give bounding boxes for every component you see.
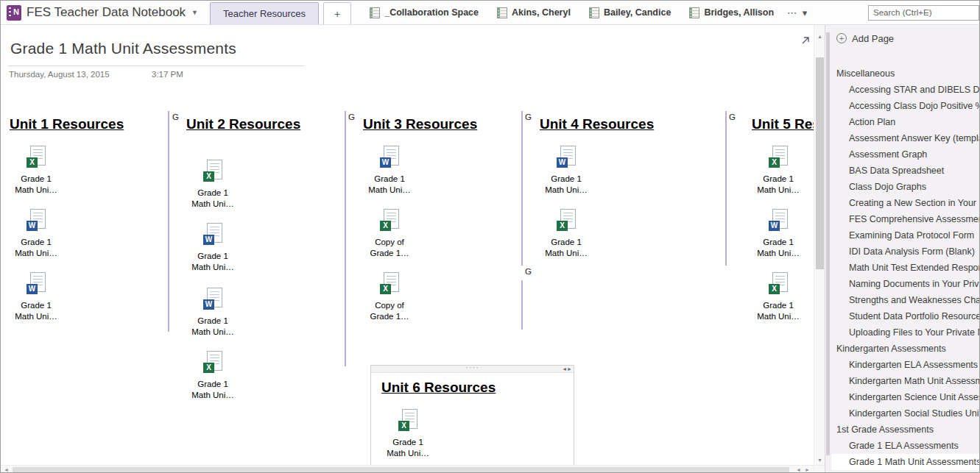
page-tab[interactable]: Grade 1 ELA Assessments — [831, 438, 980, 454]
container-divider — [345, 111, 346, 366]
page-tab[interactable]: Grade 1 Science Unit Assessm — [831, 470, 980, 473]
file-label: Grade 1Math Uni… — [15, 237, 57, 259]
page-tab[interactable]: IDI Data Analysis Form (Blank) — [831, 243, 980, 260]
word-file-icon[interactable] — [203, 223, 222, 245]
page-tab[interactable]: Kindergarten Math Unit Assessm — [831, 373, 980, 389]
word-file-icon[interactable] — [203, 288, 222, 310]
excel-file-icon[interactable] — [203, 160, 222, 182]
word-file-icon[interactable] — [27, 272, 46, 294]
file-attachment[interactable]: Grade 1Math Uni… — [177, 160, 248, 210]
add-page-button[interactable]: Add Page — [831, 29, 980, 47]
word-file-icon[interactable] — [769, 209, 788, 231]
section-overflow-button[interactable] — [787, 7, 808, 18]
file-attachment[interactable]: Grade 1Math Uni… — [1, 272, 71, 322]
page-tab[interactable]: Assessment Answer Key (templat — [831, 130, 980, 146]
file-attachment[interactable]: Grade 1Math Uni… — [531, 146, 602, 196]
scroll-left-arrow[interactable] — [4, 466, 9, 473]
section-tab-label: Bailey, Candice — [604, 7, 671, 18]
page-tab[interactable]: Kindergarten Assessments — [831, 341, 980, 357]
page-tab[interactable]: Math Unit Test Extended Respons — [831, 260, 980, 276]
scroll-down-arrow[interactable] — [814, 458, 825, 463]
page-tab[interactable]: Kindergarten Social Studies Unit — [831, 405, 980, 422]
scroll-right-arrow[interactable] — [805, 466, 810, 473]
page-tab[interactable]: Uploading Files to Your Private N — [831, 324, 980, 341]
page-tab[interactable]: Accessing Class Dojo Positive % — [831, 98, 980, 114]
word-file-icon[interactable] — [557, 146, 576, 168]
page-tab[interactable]: Miscellaneous — [831, 65, 980, 82]
file-attachment[interactable]: Grade 1Math Uni… — [743, 146, 814, 196]
section-tab[interactable]: _Collaboration Space — [370, 7, 479, 18]
file-attachment[interactable]: Grade 1Math Uni… — [177, 223, 248, 273]
word-file-icon[interactable] — [27, 209, 46, 231]
horizontal-scroll-thumb[interactable] — [13, 467, 789, 473]
page-tab[interactable]: Naming Documents in Your Priv — [831, 276, 980, 292]
file-attachment[interactable]: Copy ofGrade 1… — [354, 209, 425, 259]
page-tab[interactable]: Kindergarten ELA Assessments — [831, 357, 980, 373]
file-attachment[interactable]: Grade 1Math Uni… — [531, 209, 602, 259]
horizontal-scrollbar[interactable] — [1, 465, 814, 473]
file-label: Grade 1Math Uni… — [15, 174, 57, 196]
page-tabs-panel: Add Page Miscellaneous Accessing STAR an… — [825, 25, 980, 473]
vertical-scroll-thumb[interactable] — [816, 57, 824, 269]
unit-5-heading: Unit 5 Resources — [752, 115, 814, 133]
unit-6-files: Grade 1Math Uni… — [373, 409, 443, 459]
page-tab[interactable]: BAS Data Spreadsheet — [831, 163, 980, 179]
stray-text: G — [729, 113, 736, 121]
excel-file-icon[interactable] — [398, 409, 417, 431]
page-tab[interactable]: Accessing STAR and DIBELS Data — [831, 82, 980, 98]
page-title[interactable]: Grade 1 Math Unit Assessments — [10, 40, 236, 57]
excel-file-icon[interactable] — [27, 146, 46, 168]
excel-file-icon[interactable] — [203, 351, 222, 373]
container-resize-handle-icon[interactable] — [562, 366, 572, 372]
container-handle-dots-icon — [465, 363, 479, 371]
new-section-tab-button[interactable]: + — [323, 2, 351, 24]
panel-scroll-thumb[interactable] — [826, 32, 830, 455]
unit-6-note-container: Unit 6 Resources Grade 1Math Uni… — [370, 365, 574, 465]
file-attachment[interactable]: Grade 1Math Uni… — [177, 288, 248, 338]
word-file-icon[interactable] — [380, 146, 399, 168]
excel-file-icon[interactable] — [557, 209, 576, 231]
file-attachment[interactable]: Grade 1Math Uni… — [1, 209, 71, 259]
unit-3-files: Grade 1Math Uni… Copy ofGrade 1… Copy of… — [354, 146, 425, 322]
file-attachment[interactable]: Grade 1Math Uni… — [743, 272, 814, 322]
file-attachment[interactable]: Grade 1Math Uni… — [1, 146, 71, 196]
title-divider — [8, 65, 305, 66]
page-tab[interactable]: Creating a New Section in Your P — [831, 195, 980, 211]
page-tab[interactable]: Strengths and Weaknesses Chart — [831, 292, 980, 308]
file-label: Grade 1Math Uni… — [368, 174, 411, 196]
tab-teacher-resources[interactable]: Teacher Resources — [210, 2, 319, 24]
excel-file-icon[interactable] — [769, 146, 788, 168]
page-tab[interactable]: Action Plan — [831, 114, 980, 130]
section-icon — [589, 7, 599, 18]
page-tab[interactable]: Grade 1 Math Unit Assessments — [831, 454, 980, 470]
file-attachment[interactable]: Grade 1Math Uni… — [354, 146, 425, 196]
page-tab[interactable]: Examining Data Protocol Form — [831, 227, 980, 243]
scroll-left-arrow[interactable] — [796, 466, 801, 473]
notebook-dropdown-caret[interactable] — [191, 9, 198, 16]
section-tab[interactable]: Bailey, Candice — [589, 7, 671, 18]
section-tab[interactable]: Bridges, Allison — [689, 7, 774, 18]
file-attachment[interactable]: Grade 1Math Uni… — [743, 209, 814, 259]
expand-page-icon[interactable] — [800, 35, 811, 46]
page-tab[interactable]: Class Dojo Graphs — [831, 179, 980, 195]
excel-file-icon[interactable] — [769, 272, 788, 294]
unit-6-body: Unit 6 Resources Grade 1Math Uni… — [371, 373, 574, 459]
file-attachment[interactable]: Copy ofGrade 1… — [354, 272, 425, 322]
container-move-handle[interactable] — [371, 366, 574, 373]
notebook-title[interactable]: FES Teacher Data Notebook — [27, 5, 186, 20]
page-tab[interactable]: Student Data Portfolio Resources — [831, 308, 980, 324]
file-label: Grade 1Math Uni… — [191, 379, 234, 401]
excel-file-icon[interactable] — [380, 209, 399, 231]
scroll-up-arrow[interactable] — [814, 34, 825, 39]
search-input[interactable] — [868, 5, 979, 21]
file-attachment[interactable]: Grade 1Math Uni… — [177, 351, 248, 401]
vertical-scrollbar[interactable] — [814, 25, 825, 465]
file-attachment[interactable]: Grade 1Math Uni… — [373, 409, 443, 459]
page-tab[interactable]: FES Comprehensive Assessment — [831, 211, 980, 227]
page-tab[interactable]: Kindergarten Science Unit Assess — [831, 389, 980, 405]
section-tab[interactable]: Akins, Cheryl — [497, 7, 571, 18]
file-label: Grade 1Math Uni… — [191, 316, 234, 338]
page-tab[interactable]: Assessment Graph — [831, 146, 980, 163]
page-tab[interactable]: 1st Grade Assessments — [831, 422, 980, 438]
excel-file-icon[interactable] — [380, 272, 399, 294]
